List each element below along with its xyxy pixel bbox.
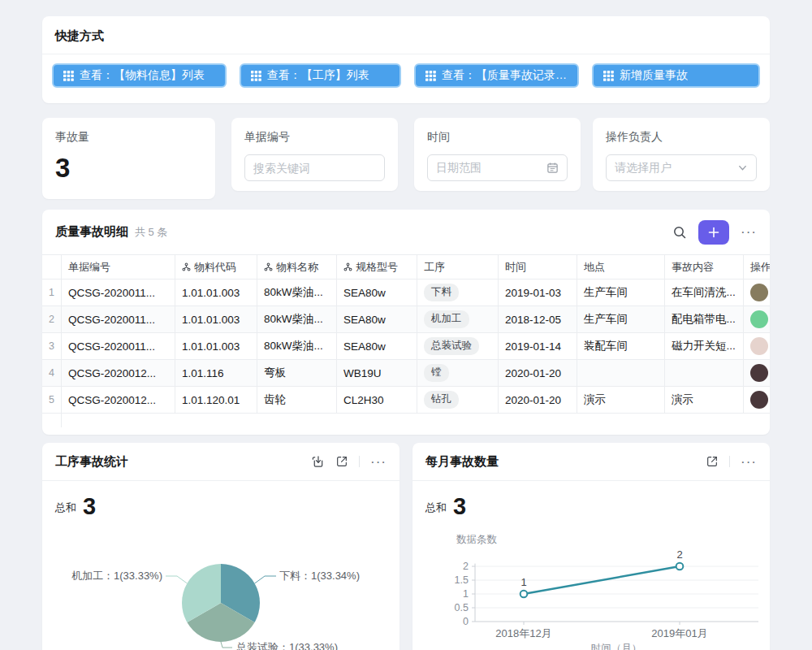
column-header[interactable]: 操作负责人 bbox=[744, 254, 770, 280]
incident-table-card: 质量事故明细 共 5 条 ··· 单据编号物料代码物料名称规格型号工序时间地点事… bbox=[42, 210, 770, 435]
table-row[interactable]: 1QCSG-2020011...1.01.01.00380kW柴油...SEA8… bbox=[42, 280, 770, 306]
table-row[interactable]: 4QCSG-2020012...1.01.116弯板WB19U镗2020-01-… bbox=[42, 360, 770, 387]
column-header[interactable]: 物料名称 bbox=[257, 254, 337, 280]
process-tag: 机加工 bbox=[424, 310, 469, 328]
pie-callout-line bbox=[221, 642, 232, 648]
column-header[interactable]: 规格型号 bbox=[337, 254, 417, 280]
process-stats-card: 工序事故统计 ··· 总和 3 下料：1(33.34%)总装试验：1(3 bbox=[42, 443, 400, 650]
cell-content: 演示 bbox=[665, 387, 744, 414]
table-empty-row bbox=[42, 414, 770, 427]
avatar bbox=[750, 391, 768, 409]
app-grid-icon bbox=[251, 71, 261, 81]
cell-spec: SEA80w bbox=[337, 280, 417, 306]
process-pie-chart[interactable]: 下料：1(33.34%)总装试验：1(33.33%)机加工：1(33.33%) bbox=[42, 443, 400, 650]
cell-material-name: 80kW柴油... bbox=[257, 280, 337, 306]
column-header[interactable]: 事故内容 bbox=[665, 254, 744, 280]
cell-date: 2019-01-03 bbox=[499, 280, 577, 306]
table-row[interactable]: 5QCSG-2020012...1.01.120.01齿轮CL2H30钻孔202… bbox=[42, 387, 770, 414]
line-sum-value: 3 bbox=[453, 495, 466, 518]
cell-operator bbox=[744, 333, 770, 360]
relation-icon bbox=[264, 262, 273, 271]
monthly-line-chart[interactable]: 00.511.522018年12月2019年01月12数据条数时间（月） bbox=[412, 443, 770, 650]
doc-number-label: 单据编号 bbox=[244, 130, 385, 145]
row-number: 1 bbox=[42, 280, 62, 306]
chevron-down-icon bbox=[737, 162, 748, 173]
cell-date: 2018-12-05 bbox=[499, 306, 577, 333]
data-point[interactable] bbox=[676, 563, 684, 570]
cell-place: 生产车间 bbox=[577, 280, 665, 306]
cell-place: 生产车间 bbox=[577, 306, 665, 333]
incident-count-card: 事故量 3 bbox=[42, 118, 215, 199]
column-header[interactable]: 时间 bbox=[499, 254, 577, 280]
user-select[interactable]: 请选择用户 bbox=[606, 154, 757, 181]
process-tag: 下料 bbox=[424, 284, 459, 301]
cell-operator bbox=[744, 280, 770, 306]
y-tick-label: 0.5 bbox=[455, 602, 469, 613]
date-range-input[interactable]: 日期范围 bbox=[427, 154, 568, 181]
table-record-count: 共 5 条 bbox=[135, 225, 167, 240]
cell-material-code: 1.01.01.003 bbox=[175, 306, 257, 333]
shortcuts-title: 快捷方式 bbox=[42, 16, 770, 54]
data-point[interactable] bbox=[520, 591, 528, 598]
column-header[interactable]: 工序 bbox=[417, 254, 499, 280]
cell-date: 2019-01-14 bbox=[499, 333, 577, 360]
cell-operator bbox=[744, 387, 770, 414]
table-header-row: 单据编号物料代码物料名称规格型号工序时间地点事故内容操作负责人 bbox=[42, 254, 770, 280]
avatar bbox=[750, 364, 768, 382]
search-button[interactable] bbox=[672, 225, 687, 240]
cell-content: 配电箱带电... bbox=[665, 306, 744, 333]
cell-doc-number: QCSG-2020012... bbox=[62, 360, 175, 387]
cell-material-name: 80kW柴油... bbox=[257, 333, 337, 360]
cell-content: 磁力开关短... bbox=[665, 333, 744, 360]
shortcut-button[interactable]: 新增质量事故 bbox=[592, 63, 760, 88]
app-grid-icon bbox=[425, 71, 436, 81]
table-row[interactable]: 3QCSG-2020011...1.01.01.00380kW柴油...SEA8… bbox=[42, 333, 770, 360]
table-more-menu[interactable]: ··· bbox=[741, 225, 757, 239]
cell-spec: CL2H30 bbox=[337, 387, 417, 414]
table-body: 1QCSG-2020011...1.01.01.00380kW柴油...SEA8… bbox=[42, 280, 770, 414]
date-range-placeholder: 日期范围 bbox=[436, 161, 482, 176]
column-header[interactable]: 地点 bbox=[577, 254, 665, 280]
table-row[interactable]: 2QCSG-2020011...1.01.01.00380kW柴油...SEA8… bbox=[42, 306, 770, 333]
column-header[interactable]: 物料代码 bbox=[175, 254, 257, 280]
shortcut-button[interactable]: 查看：【工序】列表 bbox=[240, 63, 401, 88]
table-header-bar: 质量事故明细 共 5 条 ··· bbox=[42, 210, 770, 254]
pie-sum: 总和 3 bbox=[42, 481, 400, 518]
point-label: 1 bbox=[520, 576, 526, 588]
shortcut-button[interactable]: 查看：【质量事故记录】... bbox=[414, 63, 579, 88]
incident-count-value: 3 bbox=[55, 154, 202, 181]
cell-material-code: 1.01.120.01 bbox=[175, 387, 257, 414]
cell-material-name: 齿轮 bbox=[257, 387, 337, 414]
row-number-header bbox=[42, 254, 62, 280]
avatar bbox=[750, 310, 768, 328]
shortcut-button[interactable]: 查看：【物料信息】列表 bbox=[52, 63, 227, 88]
doc-number-filter-card: 单据编号 bbox=[231, 118, 398, 191]
calendar-icon bbox=[546, 162, 559, 174]
cell-place bbox=[577, 360, 665, 387]
shortcut-button-label: 查看：【质量事故记录】... bbox=[442, 68, 568, 83]
shortcut-button-label: 查看：【工序】列表 bbox=[267, 68, 369, 83]
point-label: 2 bbox=[676, 548, 682, 561]
time-label: 时间 bbox=[427, 130, 568, 145]
pie-sum-value: 3 bbox=[83, 495, 96, 518]
cell-spec: SEA80w bbox=[337, 306, 417, 333]
x-tick-label: 2018年12月 bbox=[495, 627, 551, 639]
add-record-button[interactable] bbox=[698, 220, 729, 245]
cell-material-code: 1.01.01.003 bbox=[175, 280, 257, 306]
column-header[interactable]: 单据编号 bbox=[62, 254, 175, 280]
shortcuts-card: 快捷方式 查看：【物料信息】列表查看：【工序】列表查看：【质量事故记录】...新… bbox=[42, 16, 770, 103]
row-number: 5 bbox=[42, 387, 62, 414]
row-number: 2 bbox=[42, 306, 62, 333]
cell-material-code: 1.01.116 bbox=[175, 360, 257, 387]
plus-icon bbox=[707, 226, 720, 239]
avatar bbox=[750, 337, 768, 355]
y-tick-label: 2 bbox=[463, 561, 469, 572]
cell-date: 2020-01-20 bbox=[499, 360, 577, 387]
cell-date: 2020-01-20 bbox=[499, 387, 577, 414]
cell-place: 装配车间 bbox=[577, 333, 665, 360]
app-grid-icon bbox=[63, 71, 74, 81]
pie-sum-label: 总和 bbox=[55, 500, 76, 518]
doc-number-search-input[interactable] bbox=[244, 154, 385, 181]
monthly-count-card: 每月事故数量 ··· 总和 3 00.511.522018年12月2019年01… bbox=[412, 443, 770, 650]
x-tick-label: 2019年01月 bbox=[651, 627, 707, 639]
